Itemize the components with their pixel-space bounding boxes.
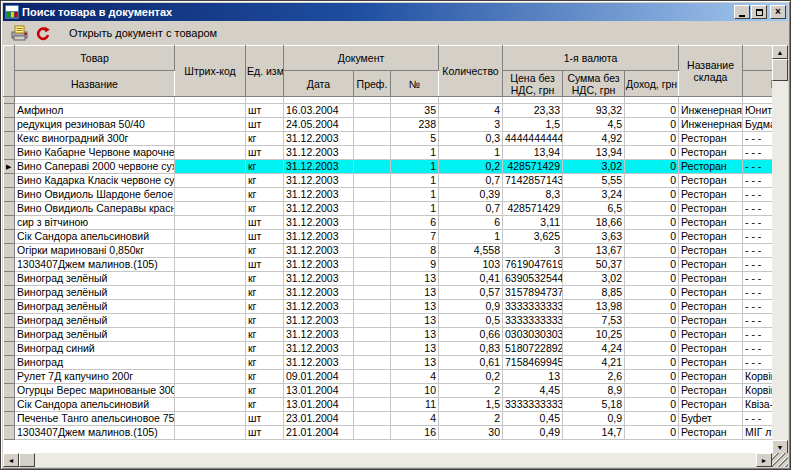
barcode-cell (175, 97, 246, 104)
table-row[interactable]: Виноградкг31.12.2003130,6171584699454,21… (4, 356, 773, 370)
quantity-cell: 30 (439, 426, 503, 440)
date-cell: 31.12.2003 (284, 132, 354, 146)
income-cell: 0 (625, 272, 679, 286)
table-row[interactable]: Виноград синийкг31.12.2003130,8351807228… (4, 342, 773, 356)
table-row[interactable]: Вино Кабарне Червоне марочне 10шт31.12.2… (4, 146, 773, 160)
row-marker (4, 314, 15, 328)
vertical-scrollbar-thumb[interactable] (772, 59, 788, 81)
table-row[interactable]: Сік Сандора апельсиновийшт31.12.2003713,… (4, 230, 773, 244)
price-cell: 3333333333 (503, 398, 563, 412)
income-cell: 0 (625, 132, 679, 146)
scroll-down-button[interactable]: ▼ (772, 440, 788, 454)
close-button[interactable]: × (770, 5, 786, 19)
income-cell: 0 (625, 244, 679, 258)
row-marker (4, 286, 15, 300)
income-cell: 0 (625, 160, 679, 174)
horizontal-scrollbar-thumb[interactable] (19, 453, 35, 467)
table-row[interactable]: Огірки мариновані 0,850кгкг31.12.200384,… (4, 244, 773, 258)
pref-cell (354, 230, 391, 244)
date-cell (284, 97, 354, 104)
firm-cell: Корвін (743, 384, 772, 398)
table-row[interactable]: Виноград зелёныйкг31.12.2003130,57315789… (4, 286, 773, 300)
sum-cell: 5,18 (563, 398, 625, 412)
warehouse-cell: Ресторан (679, 342, 743, 356)
table-row[interactable]: Кекс виноградний 300гкг31.12.200350,3444… (4, 132, 773, 146)
table-row[interactable]: Виноград зелёныйкг31.12.2003130,53333333… (4, 314, 773, 328)
sum-cell: 14,7 (563, 426, 625, 440)
table-row[interactable]: 1303407Джем малинов.(105)шт21.01.2004163… (4, 426, 773, 440)
table-row (4, 97, 773, 104)
table-row[interactable]: ▶Вино Сапераві 2000 червоне сухе 1кг31.1… (4, 160, 773, 174)
scroll-up-button[interactable]: ▲ (772, 45, 788, 59)
table-row[interactable]: Виноград зелёныйкг31.12.2003130,93333333… (4, 300, 773, 314)
warehouse-cell: Ресторан (679, 286, 743, 300)
horizontal-scrollbar[interactable]: ◄ ► (3, 453, 772, 467)
horizontal-scrollbar-track[interactable] (35, 453, 756, 467)
product-name-cell: Виноград (15, 356, 175, 370)
table-row[interactable]: Амфинолшт16.03.200435423,3393,320Инженер… (4, 104, 773, 118)
warehouse-cell: Ресторан (679, 188, 743, 202)
price-cell: 8,3 (503, 188, 563, 202)
table-row[interactable]: Вино Овидиоль Саперавы красноекг31.12.20… (4, 202, 773, 216)
table-row[interactable]: Виноград зелёныйкг31.12.2003130,66030303… (4, 328, 773, 342)
pref-cell (354, 188, 391, 202)
table-row[interactable]: сир з вітчиноюшт31.12.2003663,1118,660Ре… (4, 216, 773, 230)
table-row[interactable]: Сік Сандора апельсиновийкг13.01.2004111,… (4, 398, 773, 412)
product-name-cell: Огурцы Верес маринованые 300г (15, 384, 175, 398)
table-row[interactable]: редукция резиновая 50/40шт24.05.20042383… (4, 118, 773, 132)
quantity-cell: 0,9 (439, 300, 503, 314)
table-row[interactable]: Печенье Танго апельсиновое 75гшт23.01.20… (4, 412, 773, 426)
scroll-left-button[interactable]: ◄ (3, 453, 19, 467)
pref-cell (354, 132, 391, 146)
doc-number-cell (391, 97, 439, 104)
unit-cell: кг (246, 384, 284, 398)
header-valuta: 1-я валюта (503, 46, 679, 71)
table-row[interactable]: Рулет 7Д капучино 200гкг09.01.200440,213… (4, 370, 773, 384)
vertical-scrollbar-track[interactable] (772, 81, 788, 440)
barcode-cell (175, 258, 246, 272)
doc-number-cell: 9 (391, 258, 439, 272)
firm-cell: - - - (743, 146, 772, 160)
quantity-cell: 2 (439, 384, 503, 398)
maximize-button[interactable] (751, 5, 767, 19)
table-row[interactable]: Вино Кадарка Класік червоне сухе 9кг31.1… (4, 174, 773, 188)
pref-cell (354, 97, 391, 104)
titlebar[interactable]: Поиск товара в документах × (3, 3, 788, 21)
app-icon (5, 5, 19, 19)
income-cell: 0 (625, 328, 679, 342)
open-document-button[interactable] (9, 23, 31, 43)
product-name-cell: Вино Сапераві 2000 червоне сухе 1 (15, 160, 175, 174)
firm-cell: Будмай (743, 118, 772, 132)
doc-number-cell: 13 (391, 300, 439, 314)
sum-cell: 7,53 (563, 314, 625, 328)
row-marker (4, 202, 15, 216)
income-cell: 0 (625, 202, 679, 216)
scroll-right-button[interactable]: ► (756, 453, 772, 467)
price-cell: 23,33 (503, 104, 563, 118)
firm-cell: - - - (743, 272, 772, 286)
income-cell: 0 (625, 188, 679, 202)
price-cell: 13,94 (503, 146, 563, 160)
warehouse-cell: Ресторан (679, 272, 743, 286)
unit-cell: шт (246, 426, 284, 440)
refresh-button[interactable] (31, 23, 53, 43)
income-cell: 0 (625, 426, 679, 440)
product-name-cell: Печенье Танго апельсиновое 75г (15, 412, 175, 426)
table-row[interactable]: Огурцы Верес маринованые 300гкг13.01.200… (4, 384, 773, 398)
vertical-scrollbar[interactable]: ▲ ▼ (772, 45, 788, 454)
unit-cell (246, 97, 284, 104)
income-cell: 0 (625, 146, 679, 160)
table-row[interactable]: Вино Овидиоль Шардоне белое 0,7кг31.12.2… (4, 188, 773, 202)
date-cell: 24.05.2004 (284, 118, 354, 132)
open-document-label[interactable]: Открыть документ с товаром (69, 27, 217, 39)
unit-cell: кг (246, 370, 284, 384)
product-name-cell: Вино Овидиоль Саперавы красное (15, 202, 175, 216)
table-row[interactable]: Виноград зелёныйкг31.12.2003130,41639053… (4, 272, 773, 286)
table-row[interactable]: 1303407Джем малинов.(105)шт31.12.2003910… (4, 258, 773, 272)
barcode-cell (175, 146, 246, 160)
product-name-cell: Виноград зелёный (15, 300, 175, 314)
minimize-button[interactable] (734, 5, 750, 19)
pref-cell (354, 328, 391, 342)
warehouse-cell: Ресторан (679, 174, 743, 188)
resize-grip[interactable] (772, 453, 788, 467)
